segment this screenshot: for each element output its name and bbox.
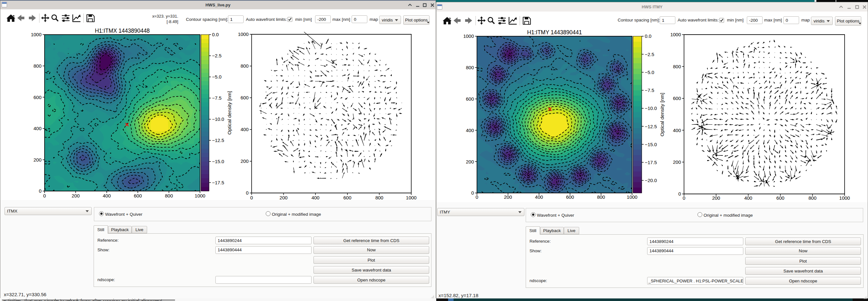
svg-text:1000: 1000 [31,32,41,37]
svg-text:1000: 1000 [406,195,416,200]
svg-text:400: 400 [673,128,681,133]
svg-text:800: 800 [597,194,605,200]
svg-text:800: 800 [466,65,474,70]
svg-text:0: 0 [678,191,681,197]
svg-text:800: 800 [673,64,681,69]
svg-text:−5.0: −5.0 [645,69,654,75]
svg-text:−10.0: −10.0 [212,116,224,122]
svg-text:−20.0: −20.0 [645,178,657,183]
svg-text:0: 0 [250,195,253,200]
svg-text:0.0: 0.0 [645,33,652,39]
svg-text:200: 200 [279,195,287,200]
svg-text:800: 800 [165,193,173,199]
svg-text:H1:ITMY 1443890441: H1:ITMY 1443890441 [527,29,582,36]
svg-text:200: 200 [71,193,80,199]
svg-text:Optical density [nm]: Optical density [nm] [659,93,665,136]
svg-text:−17.5: −17.5 [645,160,657,165]
svg-text:800: 800 [375,195,383,200]
svg-text:0: 0 [683,195,685,201]
svg-text:−12.5: −12.5 [212,138,224,143]
svg-text:Optical density [nm]: Optical density [nm] [227,91,232,134]
svg-text:−15.0: −15.0 [645,142,657,147]
svg-text:0: 0 [476,194,478,200]
svg-text:400: 400 [102,193,111,199]
svg-text:200: 200 [712,195,720,201]
svg-text:200: 200 [240,158,248,164]
svg-text:200: 200 [504,194,512,200]
svg-text:400: 400 [466,128,474,133]
svg-text:0: 0 [43,193,46,199]
svg-text:200: 200 [33,157,41,162]
svg-text:−10.0: −10.0 [645,106,657,111]
svg-text:−7.5: −7.5 [645,88,654,93]
svg-text:−2.5: −2.5 [212,53,222,58]
svg-text:−17.5: −17.5 [212,180,224,185]
svg-text:200: 200 [673,159,681,165]
svg-text:400: 400 [33,126,41,131]
svg-text:−15.0: −15.0 [212,159,224,164]
svg-text:−5.0: −5.0 [212,74,222,80]
svg-text:1000: 1000 [463,33,474,39]
svg-text:800: 800 [33,63,41,69]
svg-text:600: 600 [240,95,248,100]
svg-text:200: 200 [466,159,474,164]
svg-text:400: 400 [312,195,319,200]
svg-text:−7.5: −7.5 [212,95,222,101]
svg-text:400: 400 [535,194,543,200]
svg-text:1000: 1000 [839,195,850,201]
svg-text:600: 600 [134,193,142,199]
svg-text:600: 600 [776,195,784,201]
svg-text:0: 0 [246,190,248,195]
svg-text:800: 800 [240,63,248,69]
svg-text:0.0: 0.0 [212,32,219,37]
svg-text:1000: 1000 [627,194,637,200]
svg-text:−2.5: −2.5 [645,52,654,57]
svg-text:600: 600 [33,95,41,100]
svg-text:−12.5: −12.5 [645,124,657,129]
svg-text:400: 400 [240,127,248,132]
svg-text:600: 600 [343,195,351,200]
svg-text:0: 0 [471,190,474,195]
svg-text:1000: 1000 [670,32,681,37]
svg-text:0: 0 [39,188,41,193]
svg-text:600: 600 [466,96,474,101]
svg-text:1000: 1000 [238,31,248,37]
svg-text:600: 600 [566,194,574,200]
svg-text:1000: 1000 [194,193,205,199]
svg-text:600: 600 [673,95,681,101]
svg-text:800: 800 [808,195,816,201]
svg-text:400: 400 [744,195,752,201]
svg-text:H1:ITMX 1443890448: H1:ITMX 1443890448 [95,28,150,34]
